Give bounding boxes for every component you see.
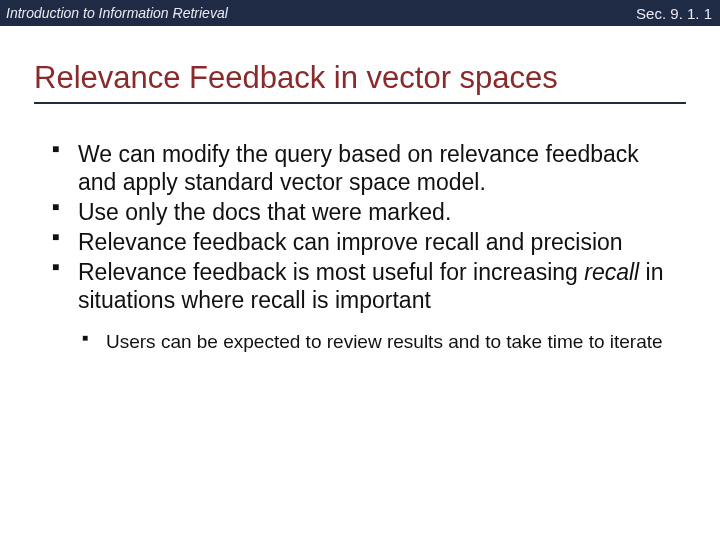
title-container: Relevance Feedback in vector spaces: [0, 26, 720, 104]
list-item: Relevance feedback can improve recall an…: [48, 228, 672, 256]
text-span: Relevance feedback is most useful for in…: [78, 259, 584, 285]
course-title: Introduction to Information Retrieval: [6, 5, 228, 21]
section-number: Sec. 9. 1. 1: [636, 5, 712, 22]
page-title: Relevance Feedback in vector spaces: [34, 60, 686, 104]
content-area: We can modify the query based on relevan…: [0, 104, 720, 354]
list-item: Use only the docs that were marked.: [48, 198, 672, 226]
header-bar: Introduction to Information Retrieval Se…: [0, 0, 720, 26]
emphasized-text: recall: [584, 259, 639, 285]
list-item: We can modify the query based on relevan…: [48, 140, 672, 196]
main-bullet-list: We can modify the query based on relevan…: [48, 140, 672, 354]
list-item: Users can be expected to review results …: [78, 330, 672, 354]
sub-bullet-list: Users can be expected to review results …: [78, 330, 672, 354]
list-item: Relevance feedback is most useful for in…: [48, 258, 672, 354]
